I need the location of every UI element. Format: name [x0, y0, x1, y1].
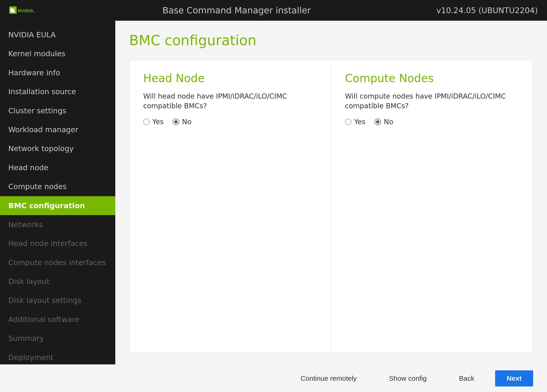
page-title: BMC configuration [129, 32, 533, 48]
header: NVIDIA. Base Command Manager installer v… [0, 0, 547, 21]
sidebar-item-installation-source[interactable]: Installation source [0, 82, 115, 101]
compute-nodes-section: Compute Nodes Will compute nodes have IP… [331, 60, 533, 353]
content-area: BMC configuration Head Node Will head no… [115, 21, 547, 364]
header-version: v10.24.05 (UBUNTU2204) [436, 6, 538, 15]
sidebar-item-networks: Networks [0, 215, 115, 234]
sidebar-item-nvidia-eula[interactable]: NVIDIA EULA [0, 25, 115, 44]
compute-nodes-no-label: No [384, 118, 393, 126]
sidebar-item-compute-nodes[interactable]: Compute nodes [0, 177, 115, 196]
footer: Continue remotely Show config Back Next [0, 364, 547, 392]
head-node-no-label: No [182, 118, 191, 126]
compute-nodes-no-radio[interactable] [375, 119, 381, 125]
sidebar-item-disk-layout-settings: Disk layout settings [0, 291, 115, 310]
head-node-yes-option[interactable]: Yes [143, 118, 164, 126]
continue-remotely-button[interactable]: Continue remotely [289, 370, 368, 386]
logo-area: NVIDIA. [9, 5, 37, 16]
sidebar-item-cluster-settings[interactable]: Cluster settings [0, 101, 115, 120]
sidebar-item-summary: Summary [0, 329, 115, 348]
header-title: Base Command Manager installer [163, 5, 311, 15]
head-node-title: Head Node [143, 72, 317, 85]
back-button[interactable]: Back [447, 370, 486, 386]
two-col-layout: Head Node Will head node have IPMI/iDRAC… [129, 60, 533, 353]
head-node-question: Will head node have IPMI/iDRAC/iLO/CIMC … [143, 92, 317, 111]
head-node-no-option[interactable]: No [173, 118, 191, 126]
sidebar-item-workload-manager[interactable]: Workload manager [0, 120, 115, 139]
head-node-yes-radio[interactable] [143, 119, 150, 125]
sidebar-item-head-node-interfaces: Head node interfaces [0, 234, 115, 253]
head-node-no-radio[interactable] [173, 119, 179, 125]
svg-text:NVIDIA.: NVIDIA. [18, 8, 34, 13]
nvidia-logo-icon: NVIDIA. [9, 5, 37, 16]
compute-nodes-question: Will compute nodes have IPMI/iDRAC/iLO/C… [345, 92, 519, 111]
main-layout: NVIDIA EULA Kernel modules Hardware info… [0, 21, 547, 364]
sidebar-item-compute-nodes-interfaces: Compute nodes interfaces [0, 253, 115, 272]
sidebar-item-bmc-configuration[interactable]: BMC configuration [0, 196, 115, 215]
compute-nodes-yes-option[interactable]: Yes [345, 118, 365, 126]
head-node-yes-label: Yes [152, 118, 164, 126]
show-config-button[interactable]: Show config [377, 370, 438, 386]
sidebar-item-additional-software: Additional software [0, 310, 115, 329]
compute-nodes-yes-label: Yes [354, 118, 365, 126]
head-node-section: Head Node Will head node have IPMI/iDRAC… [129, 60, 331, 353]
sidebar-item-kernel-modules[interactable]: Kernel modules [0, 44, 115, 63]
next-button[interactable]: Next [495, 370, 533, 386]
sidebar: NVIDIA EULA Kernel modules Hardware info… [0, 21, 115, 364]
sidebar-item-disk-layout: Disk layout [0, 272, 115, 291]
compute-nodes-no-option[interactable]: No [375, 118, 393, 126]
compute-nodes-radio-group: Yes No [345, 118, 519, 126]
compute-nodes-yes-radio[interactable] [345, 119, 351, 125]
sidebar-item-network-topology[interactable]: Network topology [0, 139, 115, 158]
head-node-radio-group: Yes No [143, 118, 317, 126]
sidebar-item-hardware-info[interactable]: Hardware info [0, 63, 115, 82]
compute-nodes-title: Compute Nodes [345, 72, 519, 85]
sidebar-item-head-node[interactable]: Head node [0, 158, 115, 177]
sidebar-item-deployment: Deployment [0, 348, 115, 364]
